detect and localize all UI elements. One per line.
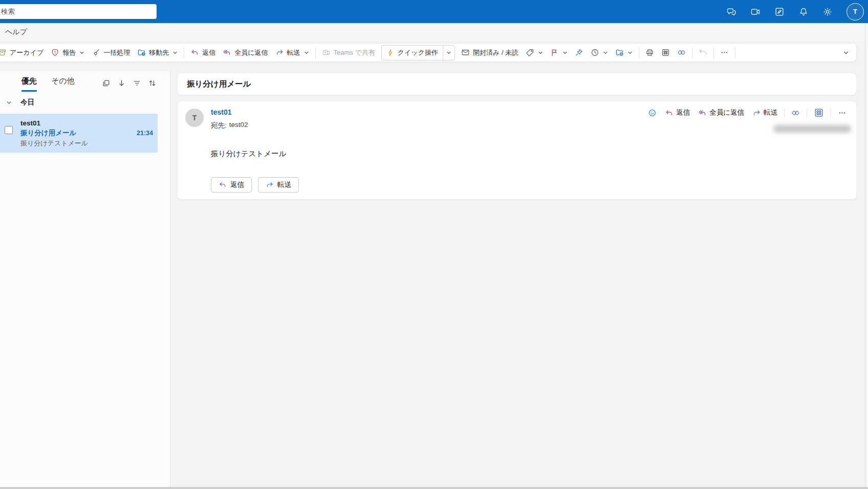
quick-steps-main[interactable]: クイック操作 [382, 48, 443, 57]
select-messages-button[interactable] [102, 79, 111, 88]
forward-label: 転送 [287, 48, 300, 57]
quick-steps-label: クイック操作 [398, 48, 438, 57]
rules-icon [615, 48, 624, 57]
message-more-button[interactable] [836, 108, 848, 118]
message-apps-button[interactable] [812, 107, 826, 119]
list-header-icons [102, 79, 158, 92]
list-tabs: 優先 その他 [0, 71, 158, 92]
share-teams-button: Teams で共有 [318, 46, 379, 59]
archive-icon [0, 48, 7, 57]
apps-button[interactable] [658, 46, 674, 59]
select-icon [102, 79, 111, 88]
forward-icon [275, 48, 284, 57]
sort-button[interactable] [148, 79, 157, 88]
chevron-down-icon [446, 50, 451, 55]
message-forward-button[interactable]: 転送 [751, 107, 779, 118]
archive-button[interactable]: アーカイブ [0, 46, 47, 59]
chevron-down-icon [538, 50, 543, 55]
actions-separator [784, 108, 785, 117]
reactions-button[interactable] [646, 108, 658, 118]
mail-item-checkbox[interactable] [5, 126, 13, 134]
read-unread-button[interactable]: 開封済み / 未読 [458, 46, 522, 59]
sweep-button[interactable]: 一括処理 [88, 46, 134, 59]
mail-list-item[interactable]: test01 振り分け用メール 21:34 振り分けテストメール [0, 114, 158, 153]
footer-forward-button[interactable]: 転送 [258, 177, 299, 193]
more-icon [720, 48, 729, 57]
more-options-button[interactable] [717, 46, 732, 59]
flag-button[interactable] [547, 46, 571, 59]
search-input[interactable] [0, 8, 157, 15]
chat-icon [726, 7, 736, 17]
print-button[interactable] [642, 46, 658, 59]
subject-card: 振り分け用メール [177, 73, 857, 95]
quick-steps-dropdown[interactable] [443, 46, 454, 60]
toolbar-separator [184, 47, 184, 58]
teams-icon [322, 48, 331, 57]
overflow-chevron-icon [843, 50, 849, 56]
tab-help[interactable]: ヘルプ [5, 28, 27, 37]
search-box[interactable] [0, 4, 157, 19]
alerts-button[interactable] [798, 7, 809, 17]
settings-button[interactable] [822, 7, 833, 17]
message-reply-label: 返信 [676, 108, 690, 117]
sweep-icon [92, 48, 100, 57]
print-icon [645, 48, 654, 57]
reply-all-button[interactable]: 全員に返信 [219, 46, 271, 59]
meet-button[interactable] [750, 7, 761, 17]
reply-icon [219, 181, 227, 189]
loop-button[interactable] [674, 46, 689, 59]
settings-icon [822, 7, 833, 17]
sweep-label: 一括処理 [103, 48, 130, 57]
message-reply-button[interactable]: 返信 [663, 107, 691, 118]
mail-item-texts: test01 振り分け用メール 21:34 振り分けテストメール [0, 114, 158, 148]
mail-item-subject: 振り分け用メール [20, 128, 76, 138]
footer-reply-label: 返信 [230, 180, 244, 189]
alerts-icon [798, 7, 809, 17]
quick-steps-button[interactable]: クイック操作 [381, 45, 455, 60]
message-body: 振り分けテストメール [211, 149, 286, 159]
rules-button[interactable] [612, 46, 636, 59]
pin-button[interactable] [571, 46, 587, 59]
categorize-button[interactable] [522, 46, 547, 59]
to-value[interactable]: test02 [229, 121, 248, 130]
move-to-icon [137, 48, 146, 57]
toolbar-separator [315, 47, 316, 58]
forward-button[interactable]: 転送 [272, 46, 313, 59]
sender-avatar[interactable]: T [185, 109, 204, 127]
mail-item-time: 21:34 [137, 129, 153, 138]
reply-icon [190, 48, 199, 57]
footer-reply-button[interactable]: 返信 [211, 177, 252, 193]
account-avatar[interactable]: T [847, 3, 864, 20]
tab-other[interactable]: その他 [51, 76, 75, 92]
reply-label: 返信 [202, 48, 215, 57]
move-to-label: 移動先 [149, 48, 169, 57]
tab-focused[interactable]: 優先 [21, 76, 37, 92]
message-loop-button[interactable] [790, 108, 801, 118]
chat-button[interactable] [726, 7, 736, 17]
filter-button[interactable] [133, 79, 141, 88]
sender-name-link[interactable]: test01 [211, 108, 231, 116]
pin-icon [575, 48, 583, 57]
report-button[interactable]: 報告 [47, 46, 88, 59]
reply-button[interactable]: 返信 [187, 46, 219, 59]
snooze-button[interactable] [587, 46, 612, 59]
reply-all-icon [698, 109, 707, 117]
message-forward-label: 転送 [764, 108, 777, 117]
chevron-down-icon [627, 50, 633, 55]
window-edge-line [865, 23, 865, 489]
toolbar-overflow-button[interactable] [843, 50, 849, 56]
move-down-button[interactable] [117, 79, 126, 88]
notes-icon [774, 7, 785, 17]
sort-icon [148, 79, 157, 88]
move-down-icon [117, 79, 126, 88]
actions-separator [831, 108, 831, 117]
move-to-button[interactable]: 移動先 [134, 46, 181, 59]
group-today-header[interactable]: 今日 [0, 96, 158, 109]
group-today-label: 今日 [20, 98, 34, 107]
message-reply-all-button[interactable]: 全員に返信 [697, 107, 746, 118]
notes-button[interactable] [774, 7, 785, 17]
loop-icon [791, 109, 800, 117]
undo-button [695, 46, 711, 59]
avatar-initial: T [853, 8, 857, 15]
undo-icon [699, 48, 707, 57]
